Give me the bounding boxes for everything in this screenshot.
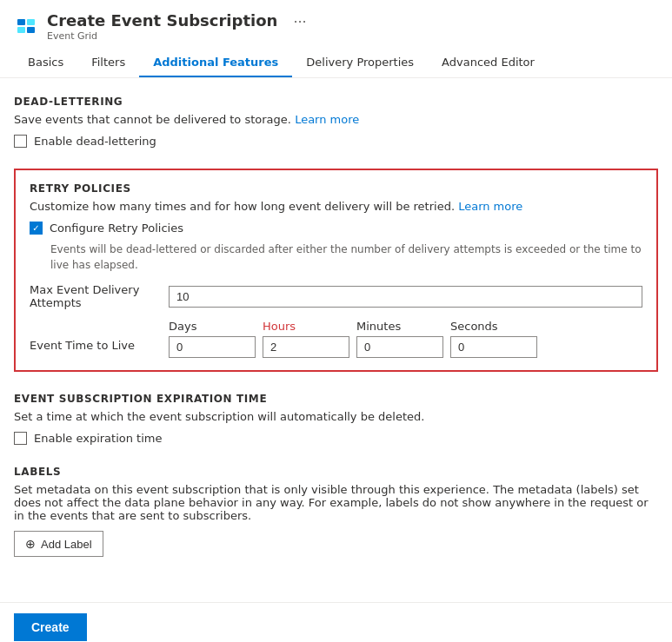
ttl-row: Event Time to Live Days Hours Minutes Se… — [30, 320, 642, 358]
expiration-checkbox-label: Enable expiration time — [34, 432, 162, 445]
max-delivery-row: Max Event Delivery Attempts — [30, 283, 642, 309]
ttl-minutes-header: Minutes — [356, 320, 443, 333]
retry-policies-section: RETRY POLICIES Customize how many times … — [14, 169, 658, 372]
svg-rect-0 — [17, 19, 25, 25]
svg-rect-1 — [27, 19, 35, 25]
main-content: DEAD-LETTERING Save events that cannot b… — [0, 78, 672, 595]
footer: Create — [0, 602, 672, 642]
svg-rect-2 — [17, 27, 25, 33]
ttl-fields: Days Hours Minutes Seconds — [169, 320, 642, 358]
max-delivery-label: Max Event Delivery Attempts — [30, 283, 169, 309]
add-label-icon: ⊕ — [25, 537, 36, 551]
page-subtitle: Event Grid — [47, 30, 277, 42]
tab-bar: Basics Filters Additional Features Deliv… — [14, 49, 658, 77]
dead-lettering-learn-more[interactable]: Learn more — [295, 113, 359, 126]
ttl-hours-header: Hours — [263, 320, 349, 333]
ttl-label: Event Time to Live — [30, 320, 169, 352]
more-options-icon[interactable]: ··· — [293, 14, 306, 30]
create-button[interactable]: Create — [14, 613, 87, 641]
expiration-desc: Set a time at which the event subscripti… — [14, 410, 658, 423]
ttl-days-header: Days — [169, 320, 256, 333]
configure-retry-checkbox-row: Configure Retry Policies — [30, 222, 642, 235]
ttl-headers: Days Hours Minutes Seconds — [169, 320, 642, 333]
configure-retry-checkbox[interactable] — [30, 222, 43, 235]
labels-title: LABELS — [14, 466, 658, 478]
add-label-button[interactable]: ⊕ Add Label — [14, 531, 103, 557]
ttl-seconds-input[interactable] — [450, 336, 537, 358]
ttl-inputs — [169, 336, 642, 358]
event-grid-icon — [14, 14, 38, 38]
title-group: Create Event Subscription Event Grid — [47, 10, 277, 42]
expiration-checkbox-row: Enable expiration time — [14, 432, 658, 445]
dead-lettering-section: DEAD-LETTERING Save events that cannot b… — [14, 96, 658, 148]
tab-delivery-properties[interactable]: Delivery Properties — [292, 49, 428, 77]
dead-lettering-checkbox-row: Enable dead-lettering — [14, 135, 658, 148]
labels-desc: Set metadata on this event subscription … — [14, 483, 658, 522]
tab-additional-features[interactable]: Additional Features — [139, 49, 292, 77]
retry-policies-desc: Customize how many times and for how lon… — [30, 200, 642, 213]
expiration-checkbox[interactable] — [14, 432, 27, 445]
tab-filters[interactable]: Filters — [77, 49, 139, 77]
page-header: Create Event Subscription Event Grid ···… — [0, 0, 672, 78]
retry-learn-more[interactable]: Learn more — [458, 200, 522, 213]
dead-lettering-checkbox[interactable] — [14, 135, 27, 148]
configure-retry-label: Configure Retry Policies — [50, 222, 183, 235]
add-label-text: Add Label — [41, 538, 92, 551]
ttl-seconds-header: Seconds — [450, 320, 537, 333]
retry-policies-title: RETRY POLICIES — [30, 182, 642, 195]
tab-basics[interactable]: Basics — [14, 49, 77, 77]
max-delivery-input[interactable] — [169, 286, 642, 308]
expiration-title: EVENT SUBSCRIPTION EXPIRATION TIME — [14, 393, 658, 405]
dead-lettering-title: DEAD-LETTERING — [14, 96, 658, 108]
ttl-days-input[interactable] — [169, 336, 256, 358]
expiration-section: EVENT SUBSCRIPTION EXPIRATION TIME Set a… — [14, 393, 658, 445]
page-title: Create Event Subscription — [47, 10, 277, 30]
ttl-hours-input[interactable] — [263, 336, 349, 358]
dead-lettering-checkbox-label: Enable dead-lettering — [34, 135, 156, 148]
dead-lettering-desc: Save events that cannot be delivered to … — [14, 113, 658, 126]
retry-info-text: Events will be dead-lettered or discarde… — [50, 242, 642, 273]
ttl-minutes-input[interactable] — [356, 336, 443, 358]
tab-advanced-editor[interactable]: Advanced Editor — [428, 49, 549, 77]
labels-section: LABELS Set metadata on this event subscr… — [14, 466, 658, 557]
svg-rect-3 — [27, 27, 35, 33]
